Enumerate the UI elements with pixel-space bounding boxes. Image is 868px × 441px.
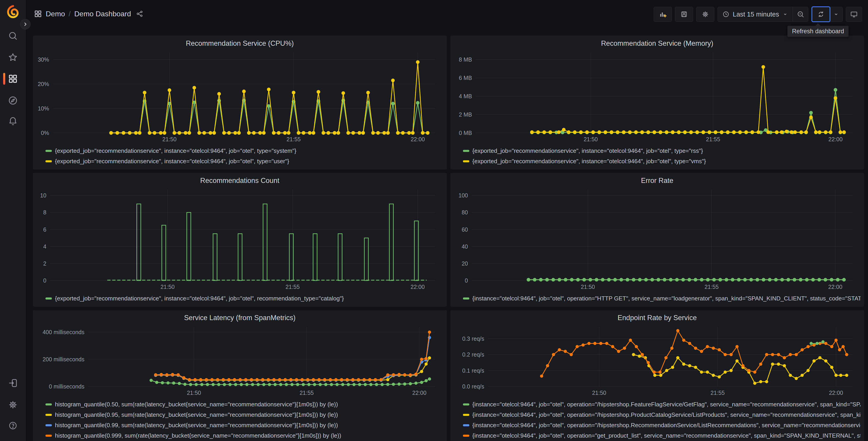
panel-recommendations-count: Recommendations Count 024681021:5021:552… bbox=[33, 173, 447, 306]
legend-label: {instance="otelcol:9464", job="otel", op… bbox=[472, 411, 861, 418]
grafana-logo[interactable] bbox=[6, 5, 20, 19]
svg-text:6: 6 bbox=[43, 226, 46, 233]
sidebar-item-explore[interactable] bbox=[7, 95, 18, 106]
chevron-down-icon bbox=[833, 11, 839, 18]
sidebar-item-alerting[interactable] bbox=[7, 115, 18, 126]
panel-legend: {exported_job="recommendationservice", i… bbox=[36, 145, 443, 167]
legend-item[interactable]: {instance="otelcol:9464", job="otel", op… bbox=[463, 293, 861, 303]
legend-swatch-icon bbox=[45, 404, 52, 406]
legend-swatch-icon bbox=[463, 297, 469, 299]
panel-title[interactable]: Service Latency (from SpanMetrics) bbox=[36, 313, 443, 323]
legend-label: histogram_quantile(0.50, sum(rate(latenc… bbox=[55, 401, 338, 408]
breadcrumb-page-title[interactable]: Demo Dashboard bbox=[74, 10, 131, 18]
bell-icon bbox=[8, 116, 18, 126]
legend-item[interactable]: {exported_job="recommendationservice", i… bbox=[463, 156, 861, 167]
legend-item[interactable]: {instance="otelcol:9464", job="otel", op… bbox=[463, 420, 861, 430]
svg-text:10%: 10% bbox=[38, 105, 49, 112]
svg-text:0.1 req/s: 0.1 req/s bbox=[462, 368, 484, 374]
svg-text:40: 40 bbox=[462, 243, 468, 250]
sidebar bbox=[0, 0, 26, 441]
search-icon bbox=[8, 31, 18, 41]
panel-title[interactable]: Endpoint Rate by Service bbox=[454, 313, 861, 323]
legend-item[interactable]: {instance="otelcol:9464", job="otel", op… bbox=[463, 410, 861, 420]
panel-title[interactable]: Recommendation Service (Memory) bbox=[454, 38, 861, 49]
breadcrumb-section[interactable]: Demo bbox=[46, 10, 65, 18]
legend-item[interactable]: histogram_quantile(0.50, sum(rate(latenc… bbox=[45, 399, 443, 410]
legend-item[interactable]: {instance="otelcol:9464", job="otel", op… bbox=[463, 430, 861, 441]
gear-icon bbox=[702, 10, 709, 18]
sidebar-item-dashboards[interactable] bbox=[7, 74, 18, 84]
panel-recommendation-memory: Recommendation Service (Memory) 0 MB2 MB… bbox=[451, 36, 864, 169]
legend-swatch-icon bbox=[463, 404, 469, 406]
legend-swatch-icon bbox=[463, 435, 469, 437]
refresh-interval-dropdown[interactable] bbox=[830, 7, 843, 22]
panel-recommendation-cpu: Recommendation Service (CPU%) 0%10%20%30… bbox=[33, 36, 447, 169]
svg-text:22:00: 22:00 bbox=[410, 284, 425, 290]
time-range-picker[interactable]: Last 15 minutes bbox=[718, 11, 793, 18]
legend-label: {instance="otelcol:9464", job="otel", op… bbox=[472, 432, 861, 439]
legend-item[interactable]: {exported_job="recommendationservice", i… bbox=[45, 146, 443, 156]
chevron-right-icon bbox=[22, 21, 28, 27]
legend-item[interactable]: {instance="otelcol:9464", job="otel", op… bbox=[463, 399, 861, 410]
legend-label: {exported_job="recommendationservice", i… bbox=[472, 158, 706, 165]
add-panel-button[interactable] bbox=[654, 7, 672, 22]
dashboard-settings-button[interactable] bbox=[696, 7, 714, 22]
save-dashboard-button[interactable] bbox=[675, 7, 693, 22]
svg-text:0 milliseconds: 0 milliseconds bbox=[49, 383, 84, 390]
panel-service-latency: Service Latency (from SpanMetrics) 0 mil… bbox=[33, 310, 447, 441]
chart-canvas: 0%10%20%30%21:5021:5522:00 bbox=[36, 49, 443, 145]
gear-icon bbox=[8, 400, 18, 410]
svg-text:21:50: 21:50 bbox=[187, 390, 201, 396]
svg-text:21:55: 21:55 bbox=[286, 136, 301, 142]
legend-swatch-icon bbox=[463, 414, 469, 416]
chart-canvas: 02040608010021:5021:5522:00 bbox=[454, 186, 861, 292]
legend-item[interactable]: histogram_quantile(0.999, sum(rate(laten… bbox=[45, 430, 443, 441]
legend-label: {exported_job="recommendationservice", i… bbox=[472, 147, 703, 154]
svg-text:21:55: 21:55 bbox=[300, 390, 314, 396]
svg-text:22:00: 22:00 bbox=[828, 136, 842, 142]
sidebar-item-search[interactable] bbox=[7, 30, 18, 41]
legend-item[interactable]: {exported_job="recommendationservice", i… bbox=[45, 293, 443, 303]
legend-label: {instance="otelcol:9464", job="otel", op… bbox=[472, 295, 861, 302]
sidebar-item-starred[interactable] bbox=[7, 52, 18, 63]
panel-title[interactable]: Error Rate bbox=[454, 175, 861, 186]
svg-text:22:00: 22:00 bbox=[829, 390, 843, 396]
panel-title[interactable]: Recommendation Service (CPU%) bbox=[36, 38, 443, 49]
svg-text:0%: 0% bbox=[41, 130, 49, 136]
refresh-tooltip: Refresh dashboard bbox=[787, 26, 848, 37]
legend-swatch-icon bbox=[463, 150, 469, 152]
refresh-dashboard-button[interactable] bbox=[811, 6, 831, 22]
share-button[interactable] bbox=[136, 10, 143, 18]
svg-text:0: 0 bbox=[43, 277, 46, 284]
svg-text:2 MB: 2 MB bbox=[459, 111, 472, 118]
svg-text:0: 0 bbox=[465, 277, 468, 284]
sign-in-icon bbox=[8, 378, 18, 388]
panel-title[interactable]: Recommendations Count bbox=[36, 175, 443, 186]
dashboards-grid-icon bbox=[34, 10, 42, 18]
panel-legend: {instance="otelcol:9464", job="otel", op… bbox=[454, 398, 861, 441]
legend-item[interactable]: histogram_quantile(0.95, sum(rate(latenc… bbox=[45, 410, 443, 420]
share-icon bbox=[136, 10, 143, 18]
sidebar-expand-button[interactable] bbox=[20, 19, 31, 29]
legend-item[interactable]: {exported_job="recommendationservice", i… bbox=[45, 156, 443, 167]
toolbar: Last 15 minutes bbox=[654, 6, 862, 22]
legend-swatch-icon bbox=[45, 435, 52, 437]
tv-mode-button[interactable] bbox=[846, 7, 862, 22]
legend-item[interactable]: {exported_job="recommendationservice", i… bbox=[463, 146, 861, 156]
sidebar-item-configuration[interactable] bbox=[7, 399, 18, 410]
legend-swatch-icon bbox=[45, 424, 52, 426]
svg-text:0.0 req/s: 0.0 req/s bbox=[462, 383, 484, 390]
panel-legend: histogram_quantile(0.50, sum(rate(latenc… bbox=[36, 398, 443, 441]
time-range-group: Last 15 minutes bbox=[717, 7, 808, 22]
svg-text:21:50: 21:50 bbox=[592, 390, 606, 396]
grid-icon bbox=[8, 74, 18, 84]
svg-text:22:00: 22:00 bbox=[411, 136, 425, 142]
svg-text:80: 80 bbox=[462, 209, 468, 215]
legend-item[interactable]: histogram_quantile(0.99, sum(rate(latenc… bbox=[45, 420, 443, 430]
legend-label: {instance="otelcol:9464", job="otel", op… bbox=[472, 422, 861, 429]
sidebar-item-sign-in[interactable] bbox=[7, 378, 18, 388]
zoom-out-time-button[interactable] bbox=[793, 7, 808, 22]
svg-text:20%: 20% bbox=[38, 81, 49, 87]
sidebar-item-help[interactable] bbox=[7, 420, 18, 431]
legend-label: histogram_quantile(0.95, sum(rate(latenc… bbox=[55, 411, 338, 418]
